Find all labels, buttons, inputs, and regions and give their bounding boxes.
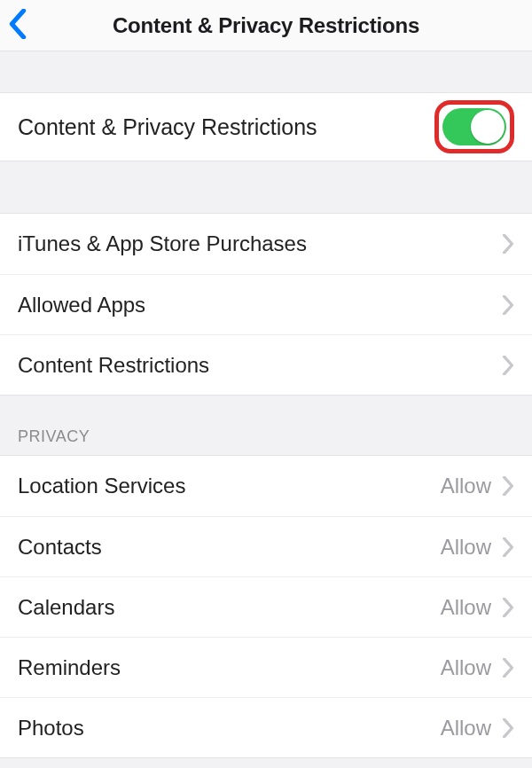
row-label: Contacts [18, 535, 441, 560]
row-label: Content & Privacy Restrictions [18, 114, 434, 140]
chevron-right-icon [502, 476, 514, 496]
row-value: Allow [441, 535, 491, 560]
content-privacy-toggle[interactable] [442, 108, 506, 145]
row-content-restrictions[interactable]: Content Restrictions [0, 334, 532, 395]
chevron-right-icon [502, 234, 514, 254]
row-content-privacy-toggle[interactable]: Content & Privacy Restrictions [0, 93, 532, 161]
row-label: iTunes & App Store Purchases [18, 231, 502, 256]
back-button[interactable] [9, 0, 27, 51]
row-photos[interactable]: Photos Allow [0, 697, 532, 757]
page-title: Content & Privacy Restrictions [113, 13, 419, 38]
section-header-privacy: PRIVACY [0, 396, 532, 455]
chevron-right-icon [502, 598, 514, 617]
toggle-knob [471, 110, 505, 144]
group-privacy: Location Services Allow Contacts Allow C… [0, 455, 532, 758]
row-value: Allow [441, 595, 491, 620]
row-value: Allow [441, 716, 491, 741]
row-value: Allow [441, 474, 491, 498]
chevron-right-icon [502, 295, 514, 315]
row-contacts[interactable]: Contacts Allow [0, 516, 532, 576]
chevron-right-icon [502, 356, 514, 375]
row-value: Allow [441, 655, 491, 680]
row-label: Content Restrictions [18, 353, 502, 378]
row-location-services[interactable]: Location Services Allow [0, 456, 532, 516]
group-main-toggle: Content & Privacy Restrictions [0, 92, 532, 161]
row-label: Reminders [18, 655, 441, 680]
row-itunes-app-store-purchases[interactable]: iTunes & App Store Purchases [0, 214, 532, 274]
row-reminders[interactable]: Reminders Allow [0, 637, 532, 697]
chevron-right-icon [502, 537, 514, 557]
toggle-highlight [434, 100, 514, 153]
row-allowed-apps[interactable]: Allowed Apps [0, 274, 532, 334]
nav-header: Content & Privacy Restrictions [0, 0, 532, 51]
row-label: Allowed Apps [18, 293, 502, 317]
chevron-right-icon [502, 658, 514, 678]
row-label: Calendars [18, 595, 441, 620]
row-calendars[interactable]: Calendars Allow [0, 576, 532, 637]
chevron-right-icon [502, 718, 514, 738]
spacer [0, 161, 532, 213]
row-label: Photos [18, 716, 441, 741]
spacer [0, 51, 532, 92]
chevron-left-icon [9, 9, 27, 43]
group-restrictions: iTunes & App Store Purchases Allowed App… [0, 213, 532, 396]
row-label: Location Services [18, 474, 441, 498]
